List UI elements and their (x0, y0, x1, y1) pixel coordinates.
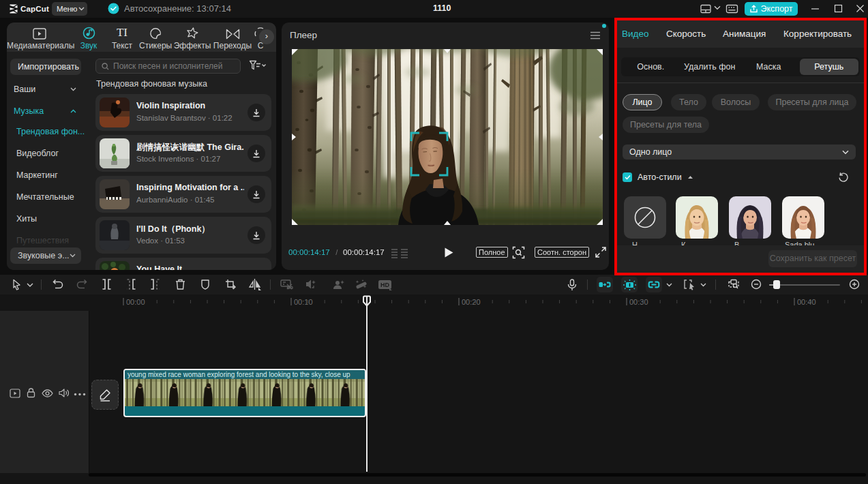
svg-text:00:40: 00:40 (797, 298, 816, 306)
svg-text:00:20: 00:20 (462, 298, 481, 306)
svg-text:00:10: 00:10 (294, 298, 313, 306)
svg-text:00:30: 00:30 (629, 298, 648, 306)
svg-text:HD: HD (380, 282, 389, 288)
svg-text:00:00: 00:00 (126, 298, 145, 306)
